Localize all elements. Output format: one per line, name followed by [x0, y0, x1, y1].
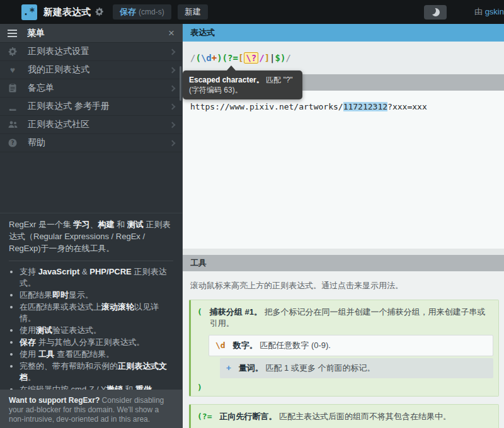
- pattern-settings-gear-icon[interactable]: [95, 8, 104, 16]
- token-close-paren: ): [197, 383, 202, 392]
- feature-item: 完整的、带有帮助和示例的正则表达式文档。: [20, 361, 173, 383]
- menu-title: 菜单: [27, 28, 45, 39]
- sidebar-item-label: 备忘单: [28, 82, 54, 94]
- explain-desc: 匹配 1 或更多 个前面的标记。: [265, 363, 375, 373]
- regexr-logo[interactable]: .*: [21, 4, 37, 20]
- token-digit: \d: [215, 341, 226, 350]
- heart-icon: ♥: [8, 65, 18, 75]
- explain-label: 捕获分组 #1。: [210, 307, 262, 317]
- explain-desc: 匹配任意数字 (0-9).: [260, 341, 331, 350]
- save-label: 保存: [120, 6, 136, 18]
- sidebar-item-label: 正则表达式设置: [28, 46, 89, 57]
- sidebar-item-label: 帮助: [28, 137, 45, 149]
- chevron-right-icon: [169, 103, 176, 110]
- sidebar-item-label: 正则表达式社区: [28, 119, 89, 130]
- feature-item: 保存 并与其他人分享正则表达式。: [20, 337, 173, 348]
- pattern-title[interactable]: 新建表达式: [43, 6, 91, 18]
- test-text-post: ?xxx=xxx: [387, 102, 427, 111]
- dark-mode-toggle[interactable]: [424, 5, 447, 20]
- sidebar-item-label: 正则表达式 参考手册: [28, 101, 110, 112]
- moon-icon: [432, 8, 440, 16]
- explain-label: 数字。: [233, 341, 258, 350]
- token-open-paren: (: [197, 307, 202, 317]
- sidebar: 菜单 × 正则表达式设置 ♥ 我的正则表达式 备忘单 正则表达式 参考手册 正则…: [0, 24, 182, 428]
- tools-title: 工具: [190, 257, 207, 269]
- about-text: RegExr 是一个集 学习、构建 和 测试 正则表达式（Regular Exp…: [0, 213, 182, 408]
- book-icon: [8, 102, 18, 111]
- feature-item: 匹配结果即时显示。: [20, 290, 173, 301]
- match-highlight: 117212312: [343, 102, 387, 111]
- divider: [9, 261, 173, 261]
- token-tooltip: Escaped character。 匹配 "?" (字符编码 63)。: [183, 70, 302, 99]
- help-icon: ?: [8, 138, 18, 147]
- save-shortcut: (cmd-s): [139, 8, 164, 16]
- explain-desc: 匹配主表达式后面的组而不将其包含在结果中。: [279, 412, 451, 421]
- menu-icon: [8, 30, 17, 31]
- explain-label: 量词。: [239, 363, 263, 373]
- feature-item: 支持 JavaScript & PHP/PCRE 正则表达式。: [20, 266, 173, 289]
- expression-title: 表达式: [190, 27, 215, 38]
- chevron-right-icon: [169, 121, 176, 128]
- close-icon[interactable]: ×: [168, 28, 175, 38]
- sidebar-scrollbar[interactable]: [180, 66, 181, 101]
- community-icon: [8, 121, 18, 128]
- author-link[interactable]: gskin: [485, 7, 504, 16]
- by-label: 由: [474, 7, 485, 16]
- tools-header[interactable]: 工具: [183, 255, 504, 271]
- explain-row-open-paren[interactable]: ( 捕获分组 #1。 把多个标记分在同一组并创建一个捕获分组，用来创建子串或引用…: [191, 303, 496, 333]
- resize-gutter[interactable]: [183, 249, 504, 255]
- save-button[interactable]: 保存 (cmd-s): [113, 4, 171, 20]
- explain-row-lookahead[interactable]: (?= 正向先行断言。 匹配主表达式后面的组而不将其包含在结果中。: [191, 407, 496, 426]
- gear-icon: [8, 47, 18, 56]
- explain-row-close-paren[interactable]: ): [191, 380, 496, 393]
- feature-item: 使用测试验证表达式。: [20, 325, 173, 336]
- tools-hint: 滚动鼠标来高亮上方的正则表达式。通过点击来显示用法。: [189, 280, 499, 291]
- sidebar-item-community[interactable]: 正则表达式社区: [0, 116, 182, 134]
- expression-header: 表达式: [183, 24, 504, 42]
- new-label: 新建: [185, 6, 201, 18]
- feature-list: 支持 JavaScript & PHP/PCRE 正则表达式。 匹配结果即时显示…: [9, 266, 173, 407]
- token-plus: +: [226, 363, 231, 373]
- sidebar-item-cheatsheet[interactable]: 备忘单: [0, 79, 182, 98]
- feature-item: 在匹配结果或表达式上滚动滚轮以见详情。: [20, 301, 173, 324]
- tools-explain-panel: 滚动鼠标来高亮上方的正则表达式。通过点击来显示用法。 ( 捕获分组 #1。 把多…: [183, 271, 504, 428]
- sidebar-item-reference[interactable]: 正则表达式 参考手册: [0, 98, 182, 116]
- explain-row-digit[interactable]: \d 数字。 匹配任意数字 (0-9).: [209, 335, 493, 356]
- sidebar-item-regex-settings[interactable]: 正则表达式设置: [0, 43, 182, 61]
- new-button[interactable]: 新建: [178, 4, 208, 20]
- chevron-right-icon: [169, 140, 176, 146]
- about-intro: RegExr 是一个集 学习、构建 和 测试 正则表达式（Regular Exp…: [9, 218, 173, 254]
- explain-label: 正向先行断言。: [219, 412, 277, 421]
- expression-code[interactable]: /(\d+)(?=[\?/]|$)/: [190, 53, 291, 63]
- token-lookahead: (?=: [197, 412, 212, 421]
- author-byline: 由 gskin: [474, 6, 504, 18]
- svg-text:?: ?: [11, 140, 14, 146]
- menu-header: 菜单 ×: [0, 24, 182, 43]
- support-notice: Want to support RegExr? Consider disabli…: [0, 390, 182, 428]
- top-bar: .* 新建表达式 保存 (cmd-s) 新建 由 gskin: [0, 0, 504, 24]
- sidebar-item-my-patterns[interactable]: ♥ 我的正则表达式: [0, 61, 182, 79]
- sidebar-item-label: 我的正则表达式: [28, 64, 89, 76]
- explain-row-quantifier[interactable]: + 量词。 匹配 1 或更多 个前面的标记。: [220, 358, 493, 378]
- chevron-right-icon: [169, 85, 176, 91]
- chevron-right-icon: [169, 48, 176, 55]
- chevron-right-icon: [169, 67, 176, 73]
- explain-group-capture[interactable]: ( 捕获分组 #1。 把多个标记分在同一组并创建一个捕获分组，用来创建子串或引用…: [189, 300, 499, 397]
- feature-item: 使用 工具 查看匹配结果。: [20, 349, 173, 360]
- test-text-pre: https://www.pixiv.net/artworks/: [190, 102, 343, 111]
- main-panel: 表达式 /(\d+)(?=[\?/]|$)/ 文本 https://www.pi…: [182, 24, 504, 428]
- explain-group-lookahead[interactable]: (?= 正向先行断言。 匹配主表达式后面的组而不将其包含在结果中。 [ 字符集。…: [189, 404, 499, 428]
- clipboard-icon: [8, 84, 18, 93]
- sidebar-item-help[interactable]: ? 帮助: [0, 134, 182, 152]
- test-text-editor[interactable]: https://www.pixiv.net/artworks/117212312…: [183, 91, 504, 249]
